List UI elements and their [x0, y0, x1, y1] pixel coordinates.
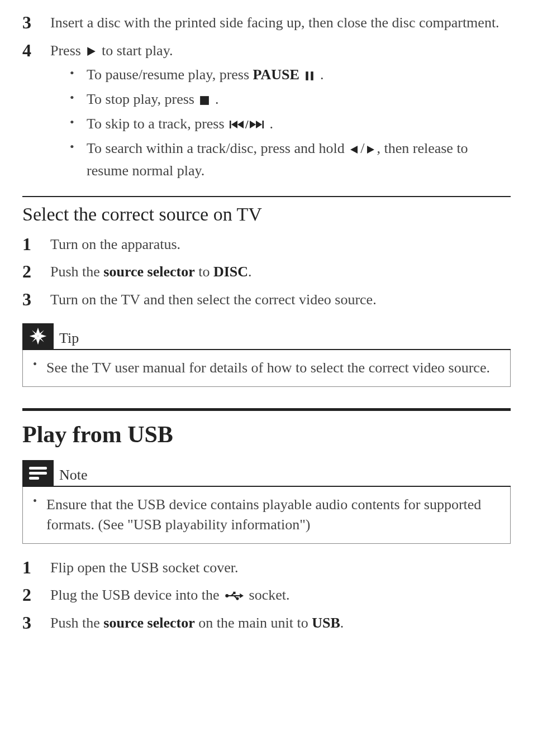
note-body: • Ensure that the USB device contains pl… [22, 487, 511, 544]
svg-rect-3 [201, 96, 210, 105]
bullet-dot: • [70, 113, 87, 131]
note-icon [22, 460, 54, 486]
step-number: 3 [22, 611, 50, 635]
step-text: Turn on the apparatus. [50, 233, 511, 255]
source-selector-label: source selector [103, 264, 194, 280]
svg-marker-9 [256, 121, 262, 128]
usb-icon [225, 586, 244, 607]
tip-text: See the TV user manual for details of ho… [46, 358, 500, 378]
note-label: Note [54, 467, 511, 486]
step-text: Flip open the USB socket cover. [50, 556, 511, 578]
svg-rect-23 [29, 477, 39, 480]
svg-marker-11 [350, 146, 358, 154]
bullet-pause: • To pause/resume play, press PAUSE . [70, 64, 511, 87]
svg-marker-12 [367, 146, 374, 154]
svg-rect-22 [29, 472, 47, 475]
disc-label: DISC [213, 264, 248, 280]
text: To pause/resume play, press [87, 66, 253, 83]
section-heading-tv: Select the correct source on TV [22, 204, 511, 225]
tip-icon [22, 323, 54, 349]
step-number: 3 [22, 11, 50, 35]
sub-bullets: • To pause/resume play, press PAUSE . • … [50, 64, 511, 181]
text-suffix: to start play. [102, 42, 173, 59]
divider [22, 196, 511, 197]
left-arrow-icon [350, 139, 359, 160]
svg-marker-28 [240, 594, 244, 599]
step-text: Press to start play. • To pause/resume p… [50, 39, 511, 184]
tip-callout: Tip • See the TV user manual for details… [22, 323, 511, 386]
svg-rect-1 [306, 71, 309, 80]
step-number: 1 [22, 233, 50, 256]
bullet-dot: • [33, 358, 46, 371]
svg-text:/: / [245, 119, 249, 130]
svg-rect-10 [263, 121, 264, 128]
step-number: 1 [22, 556, 50, 580]
text: To skip to a track, press [87, 116, 228, 132]
usb-step-2: 2 Plug the USB device into the socket. [22, 583, 511, 607]
step-text: Plug the USB device into the socket. [50, 583, 511, 607]
svg-rect-2 [311, 71, 314, 80]
bullet-dot: • [70, 89, 87, 107]
svg-marker-0 [88, 47, 96, 56]
bullet-stop: • To stop play, press . [70, 89, 511, 111]
step-number: 3 [22, 288, 50, 312]
text: . [266, 116, 273, 132]
tip-label: Tip [54, 330, 511, 349]
step-text: Insert a disc with the printed side faci… [50, 11, 511, 34]
text-prefix: Press [50, 42, 84, 59]
svg-rect-4 [230, 121, 231, 128]
tv-step-1: 1 Turn on the apparatus. [22, 233, 511, 256]
step-number: 2 [22, 260, 50, 284]
text: To stop play, press [87, 91, 198, 107]
bullet-dot: • [70, 64, 87, 82]
usb-label: USB [312, 615, 340, 631]
stop-icon [199, 90, 210, 112]
svg-marker-5 [231, 121, 237, 128]
step-3: 3 Insert a disc with the printed side fa… [22, 11, 511, 35]
bullet-skip: • To skip to a track, press / [70, 113, 511, 136]
slash: / [360, 140, 364, 156]
bullet-dot: • [33, 495, 46, 508]
step-text: Turn on the TV and then select the corre… [50, 288, 511, 310]
thick-divider [22, 408, 511, 411]
svg-rect-26 [233, 592, 235, 594]
bullet-dot: • [70, 138, 87, 156]
step-text: Push the source selector to DISC. [50, 260, 511, 283]
pause-label: PAUSE [253, 66, 299, 83]
svg-rect-21 [29, 467, 47, 470]
tv-step-2: 2 Push the source selector to DISC. [22, 260, 511, 284]
source-selector-label: source selector [103, 615, 194, 631]
svg-marker-6 [237, 121, 244, 128]
pause-icon [304, 66, 315, 87]
svg-marker-8 [250, 121, 256, 128]
note-callout: Note • Ensure that the USB device contai… [22, 460, 511, 544]
usb-step-1: 1 Flip open the USB socket cover. [22, 556, 511, 580]
step-4: 4 Press to start play. • To pause/resume… [22, 39, 511, 184]
svg-point-27 [236, 597, 239, 600]
bullet-search: • To search within a track/disc, press a… [70, 138, 511, 181]
note-text: Ensure that the USB device contains play… [46, 495, 500, 535]
step-number: 4 [22, 39, 50, 63]
tv-step-3: 3 Turn on the TV and then select the cor… [22, 288, 511, 312]
skip-prev-next-icon: / [230, 114, 264, 136]
tip-body: • See the TV user manual for details of … [22, 350, 511, 386]
text: To search within a track/disc, press and… [87, 140, 348, 156]
text: . [211, 91, 218, 107]
usb-step-3: 3 Push the source selector on the main u… [22, 611, 511, 635]
right-arrow-icon [366, 139, 375, 160]
text: . [316, 66, 323, 83]
play-icon [86, 41, 96, 63]
step-number: 2 [22, 583, 50, 607]
step-text: Push the source selector on the main uni… [50, 611, 511, 634]
section-heading-usb: Play from USB [22, 421, 511, 448]
